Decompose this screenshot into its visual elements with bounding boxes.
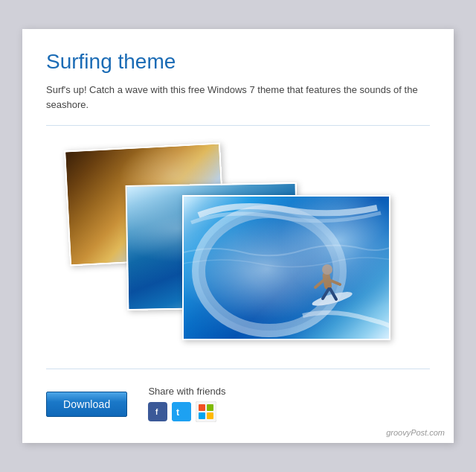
theme-preview (46, 139, 430, 355)
top-divider (46, 125, 430, 126)
windows-live-icon[interactable] (196, 401, 216, 422)
svg-rect-19 (207, 412, 213, 419)
photo-stack (67, 147, 409, 348)
main-card: Surfing theme Surf's up! Catch a wave wi… (22, 29, 454, 443)
download-button[interactable]: Download (46, 392, 127, 417)
surfer-photo (182, 195, 390, 340)
svg-rect-15 (196, 401, 216, 422)
share-section: Share with friends f t (148, 386, 225, 422)
actions-row: Download Share with friends f (46, 383, 430, 422)
svg-rect-13 (172, 402, 191, 421)
svg-rect-17 (207, 404, 213, 411)
surfer-svg (184, 197, 390, 340)
page-description: Surf's up! Catch a wave with this free W… (46, 83, 430, 112)
bottom-divider (46, 369, 430, 369)
svg-rect-18 (199, 412, 205, 419)
svg-text:t: t (176, 407, 179, 418)
svg-rect-16 (199, 404, 205, 411)
windows-live-svg (196, 401, 216, 422)
share-icons: f t (148, 401, 225, 422)
page-title: Surfing theme (46, 50, 430, 74)
watermark: groovyPost.com (386, 428, 445, 437)
twitter-svg: t (172, 402, 191, 421)
facebook-icon[interactable]: f (148, 402, 167, 421)
svg-rect-10 (184, 197, 390, 340)
twitter-icon[interactable]: t (172, 402, 191, 421)
facebook-svg: f (152, 406, 163, 417)
share-label: Share with friends (148, 386, 225, 397)
